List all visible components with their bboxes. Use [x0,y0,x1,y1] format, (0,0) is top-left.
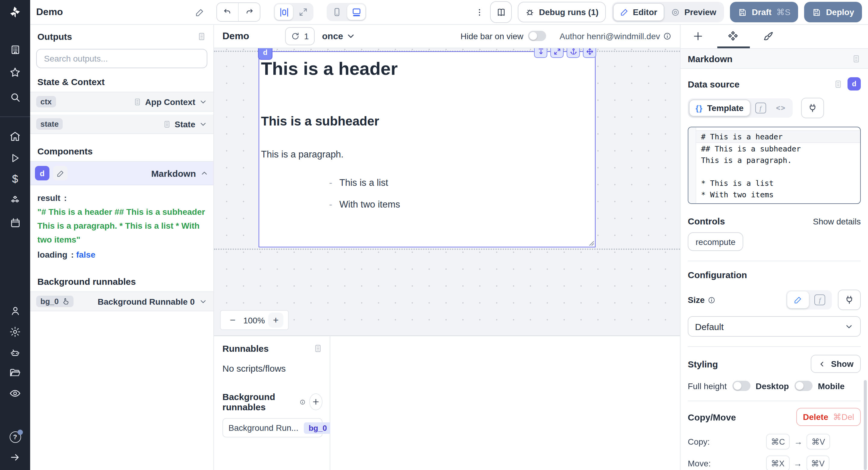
zoom-out-button[interactable]: − [225,315,240,325]
docs-book-button[interactable] [490,1,512,23]
ctx-row[interactable]: ctx App Context [30,92,213,112]
more-menu-kebab-icon[interactable] [475,7,484,17]
add-background-runnable-button[interactable] [309,393,322,410]
bg-card-label: Background Run... [228,423,299,433]
favorites-star-icon[interactable] [9,66,21,79]
code-line[interactable]: # This is a header [696,130,860,143]
deploy-button[interactable]: Deploy [804,2,862,22]
editor-tab[interactable]: Editor [613,3,664,21]
help-icon[interactable]: ? [9,431,21,443]
background-runnable-row[interactable]: bg_0 Background Runnable 0 [30,292,213,312]
background-runnable-card[interactable]: Background Run... bg_0 [222,418,322,437]
show-details-link[interactable]: Show details [813,216,861,226]
component-id-tab[interactable]: d [258,48,273,60]
insert-component-tab[interactable] [681,24,715,48]
component-settings-tab[interactable] [715,24,750,48]
chevron-down-icon[interactable] [199,297,207,306]
runs-icon[interactable] [9,152,21,164]
result-value[interactable]: "# This is a header ## This is a subhead… [37,205,206,247]
template-mode-button[interactable]: {} Template [689,99,750,116]
folders-icon[interactable] [9,367,21,379]
chevron-up-icon[interactable] [200,169,209,177]
resources-icon[interactable] [9,194,21,206]
chevron-down-icon[interactable] [199,97,207,106]
doc-icon[interactable] [852,54,861,63]
expand-down-handle[interactable] [534,48,547,58]
redo-button[interactable] [239,3,260,21]
debug-runs-button[interactable]: Debug runs (1) [518,2,606,22]
windmill-logo[interactable] [0,0,30,24]
preview-label: Preview [684,7,716,17]
notification-dot [17,429,23,435]
centered-layout-button[interactable] [275,4,293,20]
static-mode-button[interactable] [787,291,809,308]
doc-icon[interactable] [834,79,843,88]
loading-value[interactable]: false [76,250,96,260]
connect-plug-button[interactable] [801,98,824,118]
zoom-in-button[interactable]: + [268,313,283,328]
anchor-handle[interactable] [567,48,580,58]
eval-mode-button[interactable]: f [809,291,831,308]
move-shortcut-row: Move: ⌘X → ⌘V [688,455,861,470]
undo-button[interactable] [217,3,239,21]
plus-icon [312,398,320,406]
component-output-json: result: "# This is a header ## This is a… [30,185,213,268]
search-icon[interactable] [9,91,21,103]
settings-gear-icon[interactable] [9,326,21,338]
mobile-view-button[interactable] [328,4,346,20]
component-id-badge[interactable]: d [847,77,861,90]
preview-tab[interactable]: Preview [664,3,723,21]
component-row-markdown[interactable]: d Markdown [30,161,213,185]
fullsize-handle[interactable] [550,48,564,58]
user-icon[interactable] [9,305,21,317]
code-line[interactable]: * This is a list [696,177,860,189]
eval-mode-button[interactable]: f [750,99,771,116]
workers-icon[interactable] [9,347,21,359]
template-code-editor[interactable]: # This is a header ## This is a subheade… [688,127,861,204]
rename-pencil-icon[interactable] [53,166,67,180]
paintbrush-icon [762,30,774,42]
fullscreen-layout-button[interactable] [294,4,313,20]
hide-bar-toggle[interactable] [528,31,547,41]
chevron-down-icon[interactable] [199,120,207,128]
workspace-icon[interactable] [9,43,21,56]
delete-button[interactable]: Delete ⌘Del [796,408,861,426]
markdown-component[interactable]: d This is a header This is a subheader [258,51,595,247]
styling-tab[interactable] [750,24,785,48]
full-height-toggle[interactable] [732,381,750,391]
desktop-mobile-toggle[interactable] [795,381,812,391]
code-line[interactable] [696,166,860,177]
size-select[interactable]: Default [688,316,861,337]
draft-button[interactable]: Draft ⌘S [730,2,798,22]
variables-icon[interactable]: $ [9,173,21,185]
refresh-button[interactable]: 1 [285,27,315,45]
recompute-button[interactable]: recompute [688,232,743,251]
pointer-hand-icon [62,298,70,305]
styling-show-button[interactable]: Show [810,355,861,373]
undo-redo-group [217,2,261,22]
code-mode-button[interactable]: <> [771,99,791,116]
inspector-scrollbar[interactable] [864,380,867,470]
app-canvas[interactable]: d This is a header This is a subheader [214,48,680,335]
expand-outputs-icon[interactable] [197,32,206,41]
code-line[interactable]: ## This is a subheader [696,143,860,154]
desktop-view-button[interactable] [347,4,366,20]
code-line[interactable]: * With two items [696,189,860,200]
edit-title-pencil-icon[interactable] [195,7,205,17]
audit-eye-icon[interactable] [9,387,21,400]
resize-corner-handle[interactable] [589,241,594,246]
connect-plug-button[interactable] [838,290,861,310]
canvas-zoom-control: − 100% + [220,310,289,330]
schedules-icon[interactable] [9,216,21,229]
expand-rail-icon[interactable] [9,451,21,463]
search-outputs-input[interactable] [43,53,201,64]
kbd-cmd-c: ⌘C [766,434,790,449]
move-handle[interactable] [583,48,596,58]
refresh-mode-dropdown[interactable]: once [322,31,356,41]
outputs-panel: Outputs State & Context ctx App Context … [30,24,214,470]
code-line[interactable]: This is a paragraph. [696,154,860,166]
expand-runnables-icon[interactable] [313,344,322,353]
home-icon[interactable] [9,130,21,142]
state-row[interactable]: state State [30,115,213,134]
runnables-panel: Runnables No scripts/flows Background ru… [214,335,330,470]
